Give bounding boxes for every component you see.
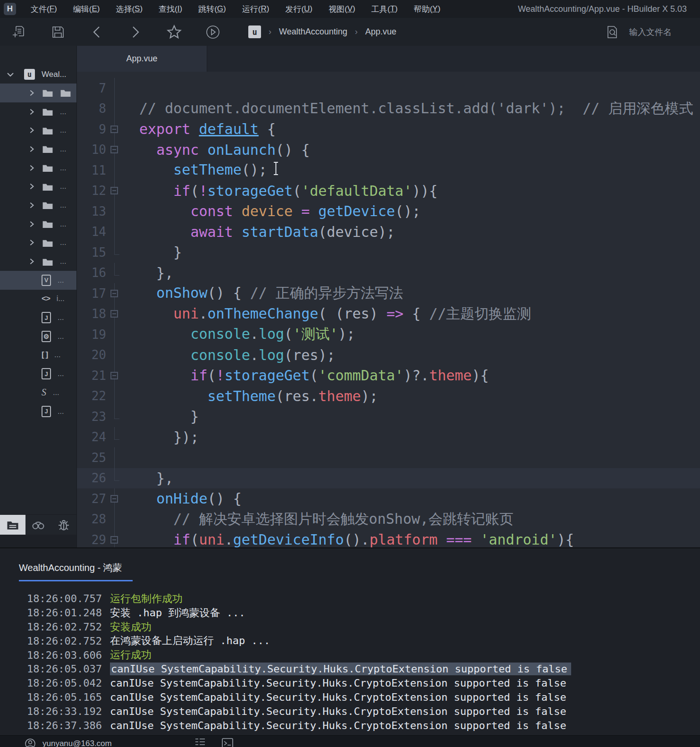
fold-marker[interactable] (106, 119, 122, 140)
chevron-right-icon[interactable] (28, 145, 37, 153)
fold-marker[interactable] (106, 140, 122, 160)
code-line[interactable]: 29 if(uni.getDeviceInfo().platform === '… (77, 529, 700, 547)
account-item[interactable]: yunyanu@163.com (25, 738, 112, 747)
code-line[interactable]: 24 }); (77, 427, 700, 448)
chevron-right-icon[interactable] (28, 108, 37, 116)
tree-item-file[interactable]: [ ]... (0, 346, 76, 365)
code-editor[interactable]: 78// document.documentElement.classList.… (77, 72, 700, 547)
tree-item-file[interactable]: J... (0, 308, 76, 327)
code-line[interactable]: 22 setTheme(res.theme); (77, 386, 700, 407)
new-file-button[interactable] (11, 24, 27, 40)
run-button[interactable] (205, 24, 221, 40)
breadcrumb-file[interactable]: App.vue (365, 27, 396, 37)
tree-item-file[interactable]: <>i... (0, 290, 76, 309)
console-log-line[interactable]: 18:26:05.042canIUse SystemCapability.Sec… (27, 676, 700, 690)
console-log-line[interactable]: 18:26:02.752在鸿蒙设备上启动运行 .hap ... (27, 634, 700, 648)
menu-item[interactable]: 工具(T) (363, 0, 406, 18)
chevron-right-icon[interactable] (28, 89, 37, 97)
code-line[interactable]: 8// document.documentElement.classList.a… (77, 99, 700, 119)
code-line[interactable]: 27 onHide() { (77, 488, 700, 509)
tree-item-file[interactable]: V... (0, 271, 76, 290)
nav-forward-button[interactable] (127, 24, 143, 40)
tree-item-file[interactable]: J... (0, 364, 76, 383)
breadcrumb: u › WealthAccounting › App.vue (248, 25, 396, 38)
console-list-button[interactable] (194, 738, 206, 747)
console-log-line[interactable]: 18:26:33.192canIUse SystemCapability.Sec… (27, 704, 700, 718)
console-log-line[interactable]: 18:26:00.757运行包制作成功 (27, 592, 700, 606)
tree-item-file[interactable]: ⚙... (0, 327, 76, 346)
tree-item-folder[interactable]: ... (0, 102, 76, 121)
console-log-line[interactable]: 18:26:03.606运行成功 (27, 648, 700, 662)
code-line[interactable]: 13 const device = getDevice(); (77, 201, 700, 222)
console-log-line[interactable]: 18:26:05.037canIUse SystemCapability.Sec… (27, 662, 700, 676)
debug-panel-tab[interactable] (51, 515, 76, 535)
chevron-right-icon[interactable] (28, 220, 37, 228)
goto-file-search[interactable]: 输入文件名 (607, 18, 672, 46)
fold-marker[interactable] (106, 365, 122, 386)
chevron-right-icon[interactable] (28, 257, 37, 266)
chevron-right-icon[interactable] (28, 201, 37, 210)
console-log-line[interactable]: 18:26:01.248安装 .hap 到鸿蒙设备 ... (27, 606, 700, 620)
fold-marker[interactable] (106, 181, 122, 201)
menu-item[interactable]: 文件(F) (23, 0, 65, 18)
code-line[interactable]: 26 }, (77, 468, 700, 489)
menu-item[interactable]: 编辑(E) (65, 0, 108, 18)
code-line[interactable]: 20 console.log(res); (77, 345, 700, 366)
code-line[interactable]: 15 } (77, 242, 700, 263)
chevron-right-icon[interactable] (28, 126, 37, 134)
tree-item-file[interactable]: J... (0, 402, 76, 421)
tree-item-folder[interactable]: ... (0, 215, 76, 234)
menu-item[interactable]: 跳转(G) (190, 0, 234, 18)
code-line[interactable]: 28 // 解决安卓选择图片时会触发onShow,会跳转记账页 (77, 509, 700, 530)
save-button[interactable] (50, 24, 66, 40)
console-log-line[interactable]: 18:26:05.165canIUse SystemCapability.Sec… (27, 690, 700, 705)
tree-item-folder[interactable]: ... (0, 121, 76, 140)
terminal-button[interactable] (222, 738, 233, 747)
menu-item[interactable]: 发行(U) (277, 0, 320, 18)
code-line[interactable]: 17 onShow() { // 正确的异步方法写法 (77, 283, 700, 304)
tree-item-folder[interactable]: ... (0, 177, 76, 196)
code-line[interactable]: 14 await startData(device); (77, 222, 700, 243)
nav-back-button[interactable] (89, 24, 105, 40)
code-line[interactable]: 12 if(!storageGet('defaultData')){ (77, 181, 700, 201)
favorite-button[interactable] (166, 24, 182, 40)
fold-marker[interactable] (106, 304, 122, 325)
tree-root[interactable]: u Weal... (0, 65, 76, 84)
chevron-right-icon[interactable] (28, 164, 37, 172)
search-panel-tab[interactable] (25, 515, 51, 535)
fold-marker[interactable] (106, 488, 122, 509)
chevron-down-icon[interactable] (7, 70, 15, 79)
chevron-right-icon[interactable] (28, 182, 37, 191)
menu-item[interactable]: 选择(S) (108, 0, 151, 18)
code-line[interactable]: 18 uni.onThemeChange( (res) => { //主题切换监… (77, 304, 700, 325)
tree-item-file[interactable]: S... (0, 383, 76, 402)
tree-item-folder[interactable]: ... (0, 159, 76, 177)
tree-item-folder[interactable]: ... (0, 196, 76, 215)
menu-item[interactable]: 查找(I) (151, 0, 190, 18)
tree-item-folder[interactable]: ... (0, 234, 76, 252)
console-log-line[interactable]: 18:26:02.752安装成功 (27, 620, 700, 634)
tree-item-folder[interactable]: ... (0, 140, 76, 159)
fold-marker[interactable] (106, 529, 122, 547)
chevron-right-icon[interactable] (28, 238, 37, 247)
breadcrumb-project[interactable]: WealthAccounting (279, 27, 347, 37)
code-line[interactable]: 16 }, (77, 263, 700, 284)
console-tab[interactable]: WealthAccounting - 鸿蒙 (19, 562, 133, 581)
code-line[interactable]: 11 setTheme(); (77, 160, 700, 181)
files-panel-tab[interactable] (0, 515, 25, 535)
code-line[interactable]: 9export default { (77, 119, 700, 140)
console-log-line[interactable]: 18:26:37.386canIUse SystemCapability.Sec… (27, 718, 700, 732)
code-line[interactable]: 19 console.log('测试'); (77, 324, 700, 345)
menu-item[interactable]: 视图(V) (320, 0, 363, 18)
fold-marker[interactable] (106, 283, 122, 304)
tab-app-vue[interactable]: App.vue (77, 46, 207, 72)
menu-item[interactable]: 帮助(Y) (405, 0, 448, 18)
code-line[interactable]: 10 async onLaunch() { (77, 140, 700, 160)
tree-item-folder[interactable] (0, 84, 76, 102)
code-line[interactable]: 25 (77, 447, 700, 468)
code-line[interactable]: 21 if(!storageGet('commData')?.theme){ (77, 365, 700, 386)
code-line[interactable]: 23 } (77, 406, 700, 427)
menu-item[interactable]: 运行(R) (234, 0, 278, 18)
code-line[interactable]: 7 (77, 78, 700, 99)
tree-item-folder[interactable]: ... (0, 252, 76, 271)
